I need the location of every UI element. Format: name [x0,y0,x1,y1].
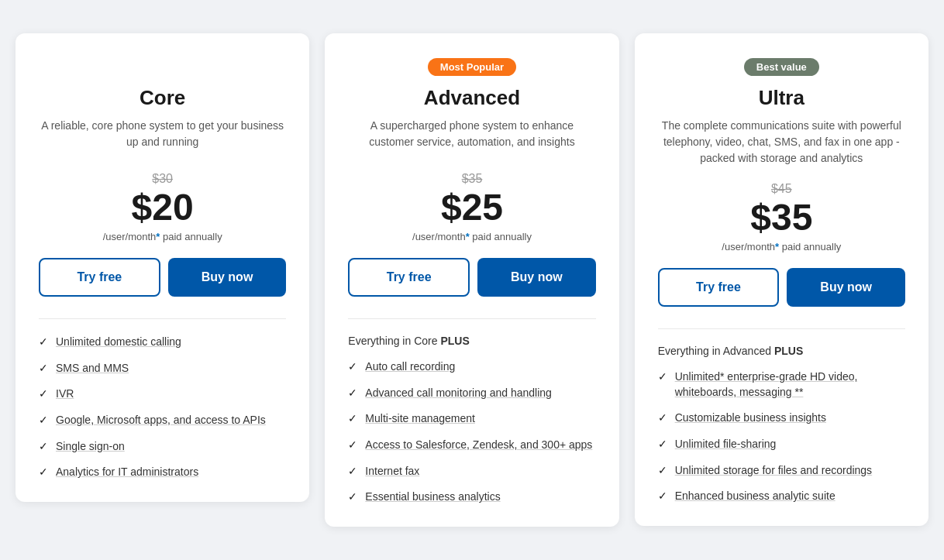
feature-text: IVR [56,387,74,402]
feature-item: ✓Unlimited storage for files and recordi… [658,463,905,479]
feature-text: Unlimited* enterprise-grade HD video, wh… [675,369,905,400]
advanced-plan-name: Advanced [348,86,595,110]
checkmark-icon: ✓ [39,335,48,348]
advanced-original-price: $35 [348,172,595,186]
ultra-buy-now-button[interactable]: Buy now [787,268,905,307]
advanced-plus-label: Everything in Core PLUS [348,335,595,347]
core-price-note: /user/month* paid annually [39,231,286,242]
button-row: Try freeBuy now [658,268,905,307]
ultra-plus-label: Everything in Advanced PLUS [658,345,905,357]
feature-item: ✓Internet fax [348,464,595,479]
card-header: Most PopularAdvancedA supercharged phone… [348,55,595,156]
ultra-price-note: /user/month* paid annually [658,241,905,253]
divider [658,328,905,329]
checkmark-icon: ✓ [39,466,48,478]
checkmark-icon: ✓ [39,387,48,400]
advanced-buy-now-button[interactable]: Buy now [477,258,596,297]
feature-text: Unlimited storage for files and recordin… [675,463,872,479]
feature-item: ✓SMS and MMS [39,361,286,376]
checkmark-icon: ✓ [39,414,48,426]
feature-item: ✓Essential business analytics [348,490,595,505]
feature-item: ✓Customizable business insights [658,411,905,426]
feature-text: Access to Salesforce, Zendesk, and 300+ … [365,438,592,453]
badge-wrapper: Most Popular [348,55,595,78]
pricing-card-core: CoreA reliable, core phone system to get… [16,33,309,502]
feature-item: ✓Google, Microsoft apps, and access to A… [39,413,286,428]
ultra-try-free-button[interactable]: Try free [658,268,780,307]
asterisk-icon: * [156,231,160,242]
core-try-free-button[interactable]: Try free [39,258,160,297]
checkmark-icon: ✓ [658,370,667,383]
feature-text: Unlimited file-sharing [675,437,777,452]
feature-item: ✓Analytics for IT administrators [39,465,286,480]
checkmark-icon: ✓ [658,490,667,502]
pricing-section: $45$35/user/month* paid annually [658,182,905,253]
advanced-try-free-button[interactable]: Try free [348,258,470,297]
ultra-original-price: $45 [658,182,905,196]
feature-item: ✓Unlimited domestic calling [39,335,286,350]
ultra-current-price: $35 [658,199,905,236]
pricing-section: $30$20/user/month* paid annually [39,172,286,242]
feature-item: ✓Unlimited* enterprise-grade HD video, w… [658,369,905,400]
feature-text: Google, Microsoft apps, and access to AP… [56,413,266,428]
asterisk-icon: * [466,231,470,242]
feature-item: ✓Unlimited file-sharing [658,437,905,452]
button-row: Try freeBuy now [39,258,286,297]
core-plan-name: Core [39,86,286,110]
core-current-price: $20 [39,189,286,226]
feature-text: SMS and MMS [56,361,129,376]
pricing-card-advanced: Most PopularAdvancedA supercharged phone… [325,33,618,527]
checkmark-icon: ✓ [658,438,667,450]
checkmark-icon: ✓ [39,440,48,452]
checkmark-icon: ✓ [348,360,357,373]
feature-text: Multi-site management [365,411,475,427]
feature-item: ✓Advanced call monitoring and handling [348,386,595,401]
feature-text: Advanced call monitoring and handling [365,386,552,401]
advanced-plan-desc: A supercharged phone system to enhance c… [348,118,595,156]
feature-text: Single sign-on [56,439,125,455]
badge-wrapper [39,55,286,78]
feature-item: ✓Access to Salesforce, Zendesk, and 300+… [348,438,595,453]
card-header: Best valueUltraThe complete communicatio… [658,55,905,167]
feature-item: ✓Auto call recording [348,359,595,375]
plus-bold: PLUS [440,335,469,347]
feature-item: ✓Multi-site management [348,411,595,427]
feature-text: Internet fax [365,464,419,479]
pricing-section: $35$25/user/month* paid annually [348,172,595,242]
plus-bold: PLUS [774,345,803,357]
ultra-feature-list: ✓Unlimited* enterprise-grade HD video, w… [658,369,905,504]
divider [39,318,286,319]
checkmark-icon: ✓ [348,438,357,451]
feature-item: ✓Enhanced business analytic suite [658,489,905,504]
core-plan-desc: A reliable, core phone system to get you… [39,118,286,156]
advanced-price-note: /user/month* paid annually [348,231,595,242]
core-feature-list: ✓Unlimited domestic calling✓SMS and MMS✓… [39,335,286,480]
feature-text: Customizable business insights [675,411,826,426]
checkmark-icon: ✓ [348,412,357,424]
feature-text: Enhanced business analytic suite [675,489,835,504]
advanced-feature-list: ✓Auto call recording✓Advanced call monit… [348,359,595,505]
ultra-plan-desc: The complete communications suite with p… [658,118,905,167]
feature-text: Unlimited domestic calling [56,335,181,350]
feature-item: ✓IVR [39,387,286,402]
core-original-price: $30 [39,172,286,186]
pricing-card-ultra: Best valueUltraThe complete communicatio… [635,33,928,526]
button-row: Try freeBuy now [348,258,595,297]
advanced-current-price: $25 [348,189,595,226]
pricing-container: CoreA reliable, core phone system to get… [16,33,928,527]
feature-text: Essential business analytics [365,490,500,505]
checkmark-icon: ✓ [39,362,48,374]
checkmark-icon: ✓ [348,490,357,503]
feature-text: Analytics for IT administrators [56,465,198,480]
ultra-badge: Best value [744,58,819,76]
feature-item: ✓Single sign-on [39,439,286,455]
checkmark-icon: ✓ [658,411,667,424]
checkmark-icon: ✓ [658,464,667,476]
card-header: CoreA reliable, core phone system to get… [39,55,286,156]
asterisk-icon: * [775,241,779,253]
checkmark-icon: ✓ [348,387,357,399]
ultra-plan-name: Ultra [658,86,905,110]
feature-text: Auto call recording [365,359,455,375]
divider [348,318,595,319]
core-buy-now-button[interactable]: Buy now [168,258,287,297]
